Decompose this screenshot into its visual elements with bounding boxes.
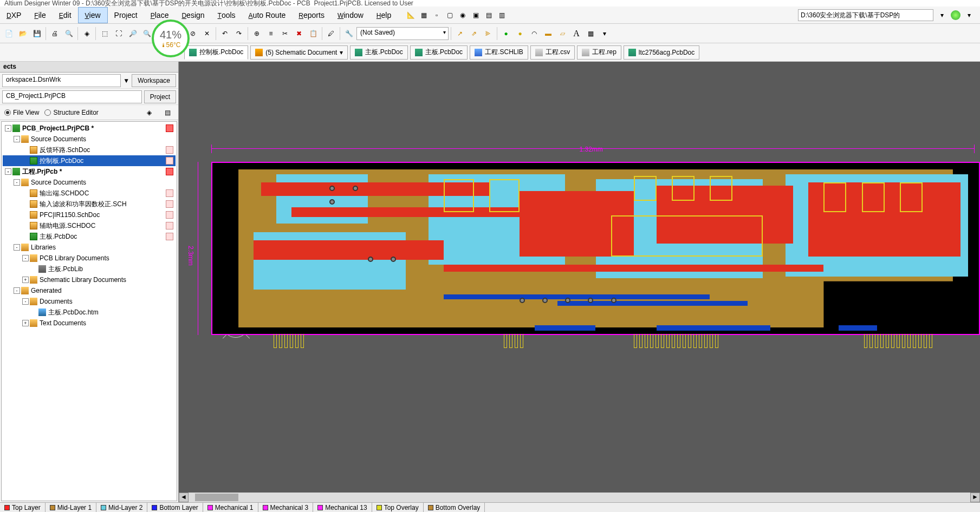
menu-project[interactable]: Project: [108, 8, 144, 23]
menu-autoroute[interactable]: Auto Route: [242, 8, 293, 23]
menu-edit[interactable]: Edit: [53, 8, 78, 23]
document-tab[interactable]: (5) Schematic Document ▾: [250, 45, 348, 60]
zoom-fit-button[interactable]: ⛶: [112, 27, 125, 40]
tree-row[interactable]: 主板.PcbDoc.htm: [3, 307, 176, 318]
project-button[interactable]: Project: [144, 90, 176, 103]
route-diff-button[interactable]: ⇗: [468, 27, 481, 40]
zoom-in-button[interactable]: 🔎: [126, 27, 139, 40]
align-button[interactable]: ≡: [264, 27, 277, 40]
tree-row[interactable]: 输出端.SCHDOC: [3, 188, 176, 199]
tree-expand-icon[interactable]: -: [14, 179, 20, 186]
menu-view[interactable]: View: [78, 7, 108, 23]
menu-help[interactable]: Help: [370, 8, 398, 23]
panel-refresh-button[interactable]: ◈: [142, 106, 155, 119]
project-combo[interactable]: CB_Project1.PrjPCB: [2, 90, 142, 103]
layer-tab[interactable]: Mid-Layer 2: [96, 503, 147, 512]
tree-expand-icon[interactable]: +: [22, 320, 29, 326]
browse-button[interactable]: 📋: [307, 27, 320, 40]
zoom-area-button[interactable]: ⬚: [98, 27, 111, 40]
menu-reports[interactable]: Reports: [292, 8, 331, 23]
tree-expand-icon[interactable]: -: [14, 287, 20, 294]
fill-button[interactable]: ▬: [542, 27, 555, 40]
scroll-thumb[interactable]: [195, 494, 238, 501]
tree-expand-icon[interactable]: -: [5, 125, 11, 132]
open-path-combo[interactable]: D:\360安全浏览器下载\基于DSP的: [798, 9, 933, 21]
arc-button[interactable]: ◠: [528, 27, 541, 40]
tree-row[interactable]: +Text Documents: [3, 318, 176, 329]
text-button[interactable]: A: [570, 27, 583, 40]
inspector-button[interactable]: 🔧: [342, 27, 355, 40]
layer-tab[interactable]: Mid-Layer 1: [46, 503, 96, 512]
structure-editor-radio[interactable]: Structure Editor: [44, 109, 98, 116]
document-tab[interactable]: 控制板.PcbDoc: [184, 45, 248, 60]
tree-row[interactable]: 主板.PcbLib: [3, 264, 176, 274]
layer-tab[interactable]: Mechanical 1: [203, 503, 258, 512]
cross-select-button[interactable]: ⊕: [250, 27, 263, 40]
tree-row[interactable]: 反馈环路.SchDoc: [3, 145, 176, 155]
tree-expand-icon[interactable]: -: [22, 255, 29, 261]
horizontal-scrollbar[interactable]: ◄ ►: [179, 493, 980, 502]
pcb-canvas[interactable]: 1.32mm 2.3mm: [179, 62, 980, 502]
workspace-combo[interactable]: orkspace1.DsnWrk: [2, 74, 121, 87]
document-tab[interactable]: 主板.PcbDoc: [350, 45, 407, 60]
array-button[interactable]: ▦: [584, 27, 597, 40]
layers-button[interactable]: ◈: [80, 27, 93, 40]
scroll-right-button[interactable]: ►: [970, 493, 980, 502]
tree-row[interactable]: 主板.PcbDoc: [3, 231, 176, 242]
menu-file[interactable]: File: [28, 8, 52, 23]
tree-row[interactable]: -Libraries: [3, 242, 176, 253]
menu-tool-3[interactable]: ▫: [430, 9, 443, 22]
open-path-go[interactable]: ▾: [936, 9, 949, 22]
undo-button[interactable]: ↶: [218, 27, 231, 40]
tree-expand-icon[interactable]: +: [22, 277, 29, 283]
document-tab[interactable]: 工程.csv: [530, 45, 575, 60]
tree-row[interactable]: 控制板.PcbDoc: [3, 155, 176, 166]
workspace-dropdown-icon[interactable]: ▼: [123, 77, 129, 84]
tree-row[interactable]: 输入滤波和功率因数校正.SCH: [3, 199, 176, 209]
redo-button[interactable]: ↷: [232, 27, 245, 40]
scroll-left-button[interactable]: ◄: [179, 493, 189, 502]
layer-tab[interactable]: Bottom Layer: [147, 503, 203, 512]
layer-tab[interactable]: Top Overlay: [372, 503, 424, 512]
document-tab[interactable]: 主板.PcbDoc: [410, 45, 468, 60]
via-green-button[interactable]: ●: [499, 27, 512, 40]
tree-row[interactable]: -Source Documents: [3, 134, 176, 145]
layer-tab[interactable]: Mechanical 3: [258, 503, 314, 512]
route-multi-button[interactable]: ⫸: [482, 27, 495, 40]
menu-tool-8[interactable]: ▥: [495, 9, 508, 22]
tree-row[interactable]: PFC|IR1150.SchDoc: [3, 209, 176, 220]
via-yellow-button[interactable]: ●: [514, 27, 527, 40]
tree-row[interactable]: +Schematic Library Documents: [3, 274, 176, 285]
status-dropdown[interactable]: ▾: [963, 9, 976, 22]
tree-row[interactable]: -PCB_Project1.PrjPCB *: [3, 123, 176, 134]
split-button[interactable]: ✂: [278, 27, 291, 40]
new-button[interactable]: 📄: [2, 27, 15, 40]
menu-tool-4[interactable]: ▢: [443, 9, 456, 22]
cpu-monitor-badge[interactable]: 41% 🌡56°C: [152, 19, 190, 57]
pcb-board[interactable]: [211, 162, 980, 335]
document-tab[interactable]: 工程.SCHLIB: [470, 45, 528, 60]
tree-row[interactable]: -Documents: [3, 296, 176, 307]
preview-button[interactable]: 🔍: [62, 27, 75, 40]
open-button[interactable]: 📂: [16, 27, 29, 40]
menu-tool-2[interactable]: ▦: [417, 9, 430, 22]
layer-tab[interactable]: Top Layer: [0, 503, 46, 512]
cancel-button[interactable]: ✖: [293, 27, 306, 40]
snapshot-combo[interactable]: (Not Saved): [356, 27, 449, 40]
tree-expand-icon[interactable]: -: [22, 298, 29, 305]
tree-row[interactable]: 辅助电源.SCHDOC: [3, 220, 176, 231]
tree-expand-icon[interactable]: -: [5, 168, 11, 175]
tree-expand-icon[interactable]: -: [14, 136, 20, 142]
layer-tab[interactable]: Bottom Overlay: [424, 503, 485, 512]
print-button[interactable]: 🖨: [48, 27, 61, 40]
route-button[interactable]: ↗: [453, 27, 466, 40]
workspace-button[interactable]: Workspace: [132, 74, 176, 87]
project-tree[interactable]: -PCB_Project1.PrjPCB *-Source Documents反…: [1, 121, 177, 501]
menu-tool-7[interactable]: ▤: [482, 9, 495, 22]
poly-button[interactable]: ▱: [556, 27, 569, 40]
menu-window[interactable]: Window: [331, 8, 370, 23]
highlight-button[interactable]: 🖊: [324, 27, 338, 40]
status-icon-green[interactable]: [951, 10, 960, 20]
menu-dxp[interactable]: DDXPXP: [0, 8, 28, 23]
document-tab[interactable]: 工程.rep: [577, 45, 621, 60]
